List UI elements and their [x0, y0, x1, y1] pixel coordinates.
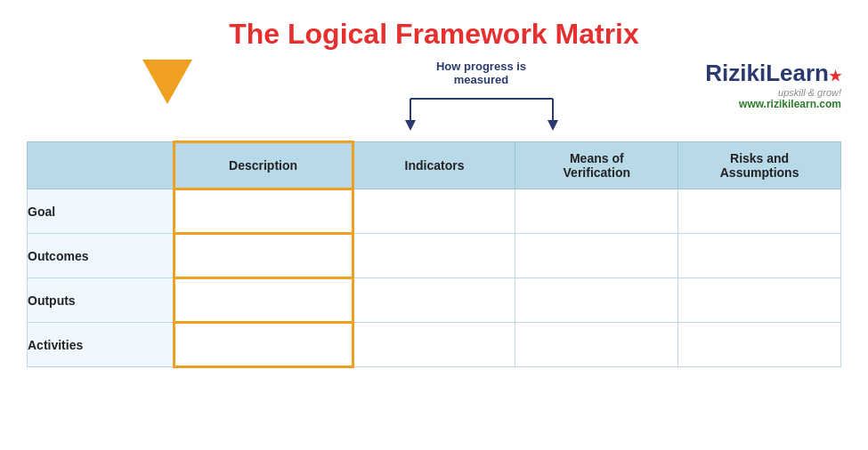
row-indicators-activities: [353, 323, 515, 367]
brand-name: RizikiLearn★: [705, 60, 841, 87]
row-description-goal: [174, 189, 353, 234]
brand-riziki: Riziki: [705, 60, 766, 86]
row-means-outcomes: [515, 234, 678, 278]
row-risks-outcomes: [678, 234, 841, 278]
brand-section: RizikiLearn★ upskill & grow! www.rizikil…: [699, 60, 841, 110]
top-section: How progress ismeasured RizikiLearn★: [27, 60, 841, 132]
svg-marker-6: [548, 120, 558, 131]
orange-arrow-container: [142, 60, 192, 104]
table-row: Outcomes: [28, 234, 841, 278]
row-risks-outputs: [678, 278, 841, 323]
col-header-indicators: Indicators: [353, 142, 515, 189]
col-header-empty: [28, 142, 174, 189]
brand-learn: Learn: [766, 60, 829, 86]
col-header-means: Means ofVerification: [515, 142, 678, 189]
row-label-activities: Activities: [28, 323, 174, 367]
table-row: Activities: [28, 323, 841, 367]
row-description-activities: [174, 323, 353, 367]
page-title: The Logical Framework Matrix: [27, 18, 841, 51]
bracket-arrows-svg: [384, 92, 580, 132]
row-risks-goal: [678, 189, 841, 234]
row-indicators-goal: [353, 189, 515, 234]
brand-url: www.rizikilearn.com: [739, 98, 841, 110]
col-header-risks: Risks andAssumptions: [678, 142, 841, 189]
row-description-outcomes: [174, 234, 353, 278]
row-risks-activities: [678, 323, 841, 367]
row-label-goal: Goal: [28, 189, 174, 234]
progress-label: How progress ismeasured: [436, 60, 526, 86]
row-indicators-outputs: [353, 278, 515, 323]
table-row: Goal: [28, 189, 841, 234]
progress-section: How progress ismeasured: [264, 60, 699, 132]
row-means-goal: [515, 189, 678, 234]
page: The Logical Framework Matrix How progres…: [0, 0, 868, 450]
matrix-table: Description Indicators Means ofVerificat…: [27, 141, 841, 368]
row-means-activities: [515, 323, 678, 367]
col-header-description: Description: [174, 142, 353, 189]
row-label-outcomes: Outcomes: [28, 234, 174, 278]
svg-marker-4: [405, 120, 416, 131]
brand-star: ★: [829, 68, 841, 84]
row-means-outputs: [515, 278, 678, 323]
brand-tagline: upskill & grow!: [778, 87, 841, 98]
orange-down-arrow: [142, 60, 192, 104]
row-indicators-outcomes: [353, 234, 515, 278]
row-label-outputs: Outputs: [28, 278, 174, 323]
row-description-outputs: [174, 278, 353, 323]
table-row: Outputs: [28, 278, 841, 323]
